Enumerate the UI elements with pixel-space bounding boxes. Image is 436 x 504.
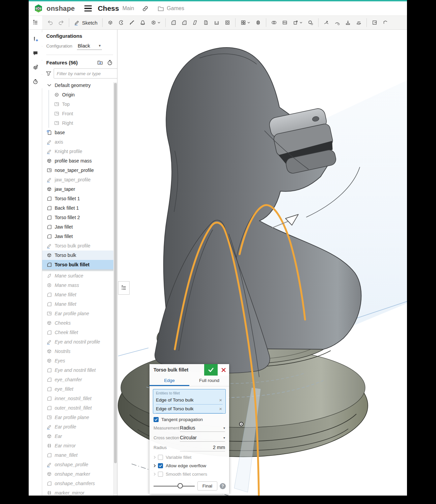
- tangent-propagation-checkbox[interactable]: Tangent propagation: [154, 417, 225, 422]
- chevron-down-icon[interactable]: [299, 21, 303, 24]
- rail-feature-list-button[interactable]: [29, 16, 42, 30]
- variable-fillet-toggle[interactable]: Variable fillet: [153, 455, 225, 460]
- feature-cheek-fillet[interactable]: Cheek fillet: [42, 328, 117, 337]
- thicken-button[interactable]: [148, 18, 163, 27]
- undo-button[interactable]: [45, 18, 55, 27]
- scrollbar-thumb[interactable]: [114, 83, 117, 463]
- feature-marker-mirror[interactable]: marker_mirror: [42, 488, 117, 496]
- feature-jaw-fillet[interactable]: Jaw fillet: [42, 222, 117, 232]
- feature-eyes[interactable]: Eyes: [42, 356, 117, 365]
- feature-jaw-fillet[interactable]: Jaw fillet: [42, 232, 117, 241]
- feature-torso-fillet-2[interactable]: Torso fillet 2: [42, 213, 117, 222]
- accept-button[interactable]: [204, 364, 218, 376]
- feature-front[interactable]: Front: [42, 109, 117, 118]
- feature-top[interactable]: Top: [42, 99, 117, 109]
- rail-learning-button[interactable]: [29, 61, 42, 74]
- transform-button[interactable]: [291, 18, 305, 27]
- entity-row[interactable]: Edge of Torso bulk×: [156, 405, 223, 413]
- offset-surface-button[interactable]: [354, 18, 364, 27]
- feature-ear-mirror[interactable]: Ear mirror: [42, 441, 117, 450]
- cancel-button[interactable]: [218, 364, 229, 376]
- remove-entity-icon[interactable]: ×: [218, 406, 223, 412]
- rail-comments-button[interactable]: [29, 47, 42, 60]
- feature-right[interactable]: Right: [42, 118, 117, 128]
- move-face-button[interactable]: [321, 18, 331, 27]
- chamfer-button[interactable]: [179, 18, 189, 27]
- redo-button[interactable]: [56, 18, 66, 27]
- entities-box[interactable]: Entities to fillet Edge of Torso bulk× E…: [153, 389, 226, 414]
- feature-ear[interactable]: Ear: [42, 432, 117, 441]
- feature-torso-bulk-fillet[interactable]: Torso bulk fillet: [42, 260, 117, 269]
- revolve-button[interactable]: [116, 18, 126, 27]
- feature-mane-fillet[interactable]: Mane fillet: [42, 299, 117, 309]
- loft-button[interactable]: [138, 18, 148, 27]
- extrude-button[interactable]: [105, 18, 115, 27]
- feature-ear-profile-plane[interactable]: Ear profile plane: [42, 413, 117, 422]
- feature-nostrils[interactable]: Nostrils: [42, 347, 117, 356]
- document-title[interactable]: Chess: [98, 4, 119, 12]
- feature-onshape-marker[interactable]: onshape_marker: [42, 469, 117, 479]
- rail-versions-button[interactable]: [29, 32, 42, 46]
- chevron-down-icon[interactable]: [247, 21, 250, 24]
- boolean-button[interactable]: [269, 18, 279, 27]
- feature-jaw-taper-profile[interactable]: jaw_taper_profile: [42, 175, 117, 184]
- fillet-button[interactable]: [168, 18, 179, 27]
- feature-nose-taper-profile[interactable]: nose_taper_profile: [42, 166, 117, 175]
- feature-cheeks[interactable]: Cheeks: [42, 318, 117, 328]
- feature-knight-profile[interactable]: Knight profile: [42, 147, 117, 156]
- feature-ear-profile[interactable]: Ear profile: [42, 422, 117, 432]
- filter-input[interactable]: [54, 68, 117, 79]
- feature-axis[interactable]: axis: [42, 137, 117, 147]
- feature-eye-and-nostril-fillet[interactable]: Eye and nostril fillet: [42, 365, 117, 375]
- feature-list-toggle-button[interactable]: [118, 281, 130, 295]
- linear-pattern-button[interactable]: [238, 18, 252, 27]
- mirror-button[interactable]: [253, 18, 263, 27]
- entity-row[interactable]: Edge of Torso bulk×: [156, 396, 223, 405]
- feature-default-geometry[interactable]: Default geometry: [42, 81, 117, 90]
- share-link-icon[interactable]: [142, 5, 148, 12]
- smooth-fillet-corners-toggle[interactable]: Smooth fillet corners: [153, 472, 225, 477]
- measurement-select[interactable]: Radius▾: [180, 425, 225, 432]
- delete-part-button[interactable]: [305, 18, 316, 27]
- plane-button[interactable]: [370, 18, 380, 27]
- folder-name[interactable]: Games: [167, 5, 184, 11]
- expand-icon[interactable]: [153, 464, 157, 468]
- tab-full-round[interactable]: Full round: [189, 376, 229, 386]
- shell-button[interactable]: [212, 18, 222, 27]
- slider-handle[interactable]: [178, 483, 183, 488]
- panel-scrollbar[interactable]: [113, 82, 117, 496]
- cross-section-select[interactable]: Circular▾: [180, 435, 225, 442]
- feature-torso-bulk-profile[interactable]: Torso bulk profile: [42, 241, 117, 250]
- filter-icon[interactable]: [46, 70, 52, 77]
- feature-ear-profile-plane[interactable]: Ear profile plane: [42, 309, 117, 318]
- radius-input[interactable]: 2 mm: [180, 445, 225, 451]
- add-folder-icon[interactable]: [97, 59, 103, 66]
- feature-jaw-taper[interactable]: jaw_taper: [42, 184, 117, 194]
- feature-mane-mass[interactable]: Mane mass: [42, 280, 117, 290]
- feature-profile-base-mass[interactable]: profile base mass: [42, 156, 117, 166]
- feature-eye-fillet[interactable]: eye_fillet: [42, 384, 117, 394]
- draft-button[interactable]: [190, 18, 200, 27]
- workspace-name[interactable]: Main: [122, 5, 134, 11]
- delete-face-button[interactable]: [332, 18, 342, 27]
- feature-base[interactable]: base: [42, 128, 117, 137]
- split-button[interactable]: [280, 18, 290, 27]
- rail-history-button[interactable]: [29, 75, 42, 88]
- feature-origin[interactable]: Origin: [42, 90, 117, 99]
- feature-mane-fillet[interactable]: Mane fillet: [42, 290, 117, 299]
- feature-mane-surface[interactable]: Mane surface: [42, 271, 117, 280]
- onshape-logo-icon[interactable]: [33, 3, 44, 13]
- main-menu-button[interactable]: [84, 5, 92, 12]
- rib-button[interactable]: [201, 18, 211, 27]
- configuration-select[interactable]: Black▾: [77, 43, 102, 50]
- allow-edge-overflow-toggle[interactable]: Allow edge overflow: [153, 463, 225, 468]
- chevron-down-icon[interactable]: [157, 21, 161, 24]
- feature-onshape-chamfers[interactable]: onshape_chamfers: [42, 479, 117, 488]
- expand-icon[interactable]: [153, 455, 157, 459]
- replace-face-button[interactable]: [343, 18, 353, 27]
- feature-eye-and-nostril-profile[interactable]: Eye and nostril profile: [42, 337, 117, 347]
- remove-entity-icon[interactable]: ×: [218, 397, 223, 403]
- feature-outer-nostril-fillet[interactable]: outer_nostril_fillet: [42, 403, 117, 413]
- sketch-button[interactable]: Sketch: [72, 18, 100, 27]
- final-button[interactable]: Final: [197, 481, 217, 491]
